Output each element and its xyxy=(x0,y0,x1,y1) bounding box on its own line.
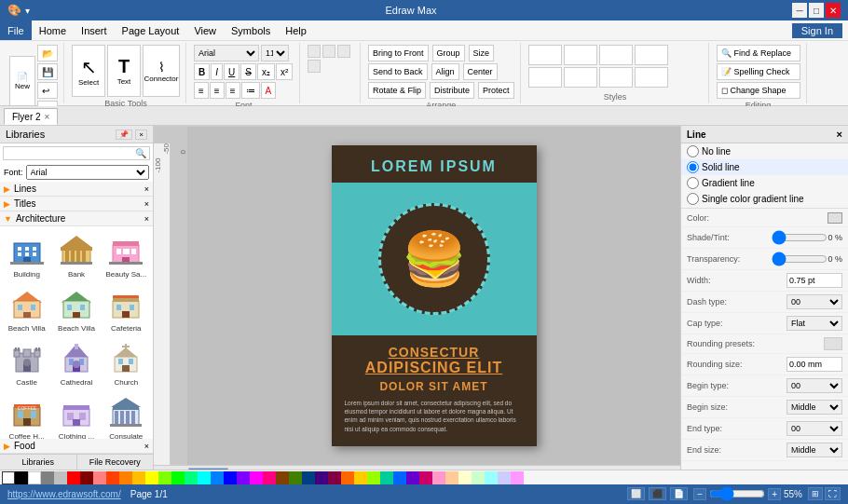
section-lines[interactable]: ▶ Lines × xyxy=(0,182,153,197)
color-swatch-4[interactable] xyxy=(308,60,321,73)
libraries-tab[interactable]: Libraries xyxy=(0,455,77,470)
view-fit-button[interactable]: ⬛ xyxy=(649,487,666,500)
color-orangered[interactable] xyxy=(106,471,119,484)
gradient-line-option[interactable]: Gradient line xyxy=(681,175,848,191)
style-2[interactable] xyxy=(564,45,597,65)
solid-line-radio[interactable] xyxy=(687,161,699,173)
item-clothing[interactable]: Clothing ... xyxy=(53,392,99,439)
no-line-radio[interactable] xyxy=(687,145,699,157)
color-swatch-3[interactable] xyxy=(337,45,350,58)
zoom-out-button[interactable]: − xyxy=(693,488,706,500)
end-type-select[interactable]: 00 xyxy=(786,421,842,436)
color-gray[interactable] xyxy=(41,471,54,484)
zoom-slider[interactable] xyxy=(709,486,765,501)
section-architecture[interactable]: ▼ Architecture × xyxy=(0,211,153,226)
sidebar-pin-button[interactable]: 📌 xyxy=(116,129,132,140)
style-6[interactable] xyxy=(564,67,597,88)
menu-view[interactable]: View xyxy=(186,20,224,40)
superscript-button[interactable]: x² xyxy=(276,63,293,80)
italic-button[interactable]: I xyxy=(211,63,223,80)
menu-insert[interactable]: Insert xyxy=(74,20,115,40)
font-size-select[interactable]: 11 xyxy=(261,45,289,61)
group-button[interactable]: Group xyxy=(432,45,465,61)
search-icon[interactable]: 🔍 xyxy=(135,148,146,158)
color-amber[interactable] xyxy=(132,471,145,484)
style-1[interactable] xyxy=(528,45,562,65)
style-4[interactable] xyxy=(635,45,668,65)
color-brown[interactable] xyxy=(276,471,289,484)
item-building[interactable]: Building xyxy=(4,230,49,280)
color-blue[interactable] xyxy=(224,471,237,484)
sign-in-button[interactable]: Sign In xyxy=(792,23,842,38)
line-panel-close[interactable]: × xyxy=(837,129,842,140)
align-button[interactable]: Align xyxy=(431,63,459,80)
color-violet[interactable] xyxy=(406,471,419,484)
color-black[interactable] xyxy=(15,471,28,484)
begin-type-select[interactable]: 00 xyxy=(786,378,842,393)
distribute-button[interactable]: Distribute xyxy=(430,82,474,99)
item-castle[interactable]: Castle xyxy=(4,338,49,388)
item-beach-villa-2[interactable]: Beach Villa xyxy=(53,284,99,334)
color-lightgreen[interactable] xyxy=(472,471,485,484)
text-button[interactable]: T Text xyxy=(107,45,141,97)
protect-button[interactable]: Protect xyxy=(478,82,514,99)
change-shape-button[interactable]: ◻ Change Shape xyxy=(717,82,800,99)
color-silver[interactable] xyxy=(54,471,67,484)
color-lightyellow[interactable] xyxy=(458,471,472,484)
item-cathedral[interactable]: Cathedral xyxy=(53,338,99,388)
item-church[interactable]: Church xyxy=(103,338,149,388)
font-family-select[interactable]: Arial xyxy=(194,45,259,61)
view-page-button[interactable]: 📄 xyxy=(670,487,688,500)
style-8[interactable] xyxy=(635,67,668,88)
no-line-option[interactable]: No line xyxy=(681,143,848,159)
color-lavender[interactable] xyxy=(498,471,511,484)
color-cyan[interactable] xyxy=(198,471,211,484)
color-white[interactable] xyxy=(28,471,41,484)
color-chartreuse[interactable] xyxy=(367,471,380,484)
strikethrough-button[interactable]: S xyxy=(240,63,256,80)
color-orange[interactable] xyxy=(119,471,132,484)
subscript-button[interactable]: x₂ xyxy=(257,63,275,80)
menu-page-layout[interactable]: Page Layout xyxy=(115,20,187,40)
zoom-in-button[interactable]: + xyxy=(768,488,781,500)
center-button[interactable]: Center xyxy=(463,63,498,80)
rotate-button[interactable]: Rotate & Flip xyxy=(368,82,426,99)
open-button[interactable]: 📂 xyxy=(37,45,58,61)
new-button[interactable]: 📄New xyxy=(9,56,35,106)
color-darkorange[interactable] xyxy=(341,471,354,484)
color-rose[interactable] xyxy=(263,471,276,484)
fit-page-button[interactable]: ⊞ xyxy=(808,487,823,500)
color-maroon[interactable] xyxy=(80,471,93,484)
style-5[interactable] xyxy=(528,67,562,88)
font-color-button[interactable]: A xyxy=(261,82,277,99)
single-gradient-radio[interactable] xyxy=(687,193,699,205)
color-peach[interactable] xyxy=(445,471,458,484)
end-size-select[interactable]: Middle xyxy=(786,443,842,457)
file-recovery-tab[interactable]: File Recovery xyxy=(77,455,154,470)
menu-home[interactable]: Home xyxy=(32,20,74,40)
minimize-button[interactable]: ─ xyxy=(792,3,807,18)
color-gold[interactable] xyxy=(354,471,367,484)
menu-file[interactable]: File xyxy=(0,20,32,40)
cap-type-select[interactable]: Flat xyxy=(786,316,842,331)
shade-slider[interactable] xyxy=(772,230,827,245)
style-3[interactable] xyxy=(599,45,633,65)
page-nav-left[interactable]: ◀ xyxy=(157,469,165,470)
color-lightpink[interactable] xyxy=(432,471,445,484)
poster[interactable]: LOREM IPSUM 🍔 CONSECTUR ADIPISCING ELIT … xyxy=(332,145,537,445)
color-green[interactable] xyxy=(171,471,185,484)
item-coffee[interactable]: COFFEE Coffee H... xyxy=(4,392,49,439)
color-swatch-1[interactable] xyxy=(308,45,321,58)
tab-close-icon[interactable]: × xyxy=(45,112,50,122)
color-purple[interactable] xyxy=(237,471,250,484)
section-food-close[interactable]: × xyxy=(144,442,149,451)
rounding-size-input[interactable] xyxy=(786,357,842,372)
search-input[interactable] xyxy=(7,148,135,158)
dash-type-select[interactable]: 00 xyxy=(786,294,842,309)
sidebar-close-button[interactable]: × xyxy=(135,129,147,140)
size-button[interactable]: Size xyxy=(469,45,495,61)
send-back-button[interactable]: Send to Back xyxy=(368,63,428,80)
color-olive[interactable] xyxy=(289,471,302,484)
color-picker[interactable] xyxy=(827,212,842,224)
color-red[interactable] xyxy=(67,471,80,484)
